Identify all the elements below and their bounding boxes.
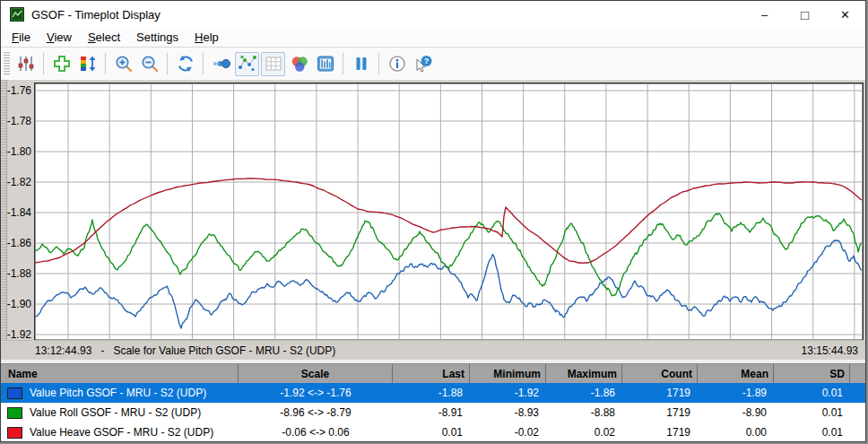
grid-icon xyxy=(264,54,283,74)
show-grid-button[interactable] xyxy=(261,52,285,76)
auto-scale-button[interactable] xyxy=(75,52,100,76)
cell-count: 1719 xyxy=(622,422,698,442)
cell-last: 0.01 xyxy=(393,422,470,442)
column-header-count[interactable]: Count xyxy=(622,364,698,383)
zoom-in-button[interactable] xyxy=(111,52,135,76)
column-header-filler xyxy=(850,364,865,383)
table-header: NameScaleLastMinimumMaximumCountMeanSD xyxy=(1,363,865,383)
pause-button[interactable] xyxy=(349,52,373,76)
channel-sliders-button[interactable] xyxy=(13,52,38,76)
toolbar-separator xyxy=(203,53,204,74)
menu-item-file[interactable]: File xyxy=(4,29,39,46)
toolbar-separator xyxy=(105,53,106,74)
refresh-icon xyxy=(176,54,195,74)
column-header-minimum[interactable]: Minimum xyxy=(470,364,546,383)
column-header-sd[interactable]: SD xyxy=(774,364,850,383)
info-icon xyxy=(387,54,407,74)
pause-icon xyxy=(352,54,371,74)
zoom-in-icon xyxy=(114,54,134,74)
menu-item-select[interactable]: Select xyxy=(80,29,128,46)
y-axis-label: -1.90 xyxy=(1,298,31,310)
column-header-last[interactable]: Last xyxy=(393,364,470,383)
menu-item-settings[interactable]: Settings xyxy=(128,29,187,46)
toolbar-separator xyxy=(43,53,44,74)
column-header-name[interactable]: Name xyxy=(1,364,239,383)
y-axis-label: -1.78 xyxy=(1,115,31,127)
cell-sd: 0.01 xyxy=(774,403,850,422)
refresh-button[interactable] xyxy=(173,52,197,76)
cell-minimum: -8.93 xyxy=(470,403,546,422)
cell-mean: -8.90 xyxy=(698,403,774,422)
series-color-swatch xyxy=(7,427,22,439)
toolbar-separator xyxy=(378,53,379,74)
cell-scale: -8.96 <-> -8.79 xyxy=(239,403,393,422)
column-header-scale[interactable]: Scale xyxy=(239,364,393,383)
show-markers-button[interactable] xyxy=(235,52,259,76)
app-icon xyxy=(10,7,24,22)
cell-count: 1719 xyxy=(622,403,698,422)
zoom-out-button[interactable] xyxy=(137,52,161,76)
toolbar-grip xyxy=(4,52,10,75)
sliders-icon xyxy=(16,54,36,74)
cell-name: Value Pitch GSOF - MRU - S2 (UDP) xyxy=(1,383,239,403)
cell-scale: -0.06 <-> 0.06 xyxy=(239,422,393,442)
start-time: 13:12:44.93 xyxy=(35,344,91,357)
histogram-button[interactable] xyxy=(313,52,337,76)
cell-sd: 0.01 xyxy=(774,422,850,442)
add-channel-button[interactable] xyxy=(49,52,74,76)
cell-maximum: 0.02 xyxy=(546,422,622,442)
cell-minimum: -1.92 xyxy=(470,383,546,403)
series-name: Value Heave GSOF - MRU - S2 (UDP) xyxy=(30,426,213,439)
title-bar: GSOF - Timeplot Display –□✕ xyxy=(1,1,865,28)
series-name: Value Roll GSOF - MRU - S2 (UDP) xyxy=(30,406,201,419)
menu-item-view[interactable]: View xyxy=(39,29,80,46)
toolbar-separator xyxy=(343,53,343,74)
toolbar-separator xyxy=(167,53,168,74)
column-header-maximum[interactable]: Maximum xyxy=(546,364,622,383)
y-axis-label: -1.92 xyxy=(1,328,31,341)
status-separator: - xyxy=(100,344,104,357)
chart-status-bar: 13:12:44.93 - Scale for Value Pitch GSOF… xyxy=(1,340,865,360)
help-button[interactable]: ? xyxy=(411,52,435,76)
point-size-button[interactable] xyxy=(209,52,233,76)
cell-name: Value Roll GSOF - MRU - S2 (UDP) xyxy=(1,403,239,422)
toolbar: ? xyxy=(1,48,865,80)
end-time: 13:15:44.93 xyxy=(802,344,858,357)
window-title: GSOF - Timeplot Display xyxy=(31,8,161,22)
cell-maximum: -8.88 xyxy=(546,403,622,422)
color-wheel-icon xyxy=(290,54,309,74)
color-scale-icon xyxy=(78,54,98,74)
cell-name: Value Heave GSOF - MRU - S2 (UDP) xyxy=(1,422,239,442)
chart-panel: -1.76-1.78-1.80-1.82-1.84-1.86-1.88-1.90… xyxy=(1,80,865,360)
series-color-swatch xyxy=(7,407,22,419)
menu-item-help[interactable]: Help xyxy=(187,29,227,46)
maximize-button[interactable]: □ xyxy=(785,1,825,28)
table-row[interactable]: Value Pitch GSOF - MRU - S2 (UDP)-1.92 <… xyxy=(1,383,865,403)
scatter-icon xyxy=(238,54,257,74)
series-name: Value Pitch GSOF - MRU - S2 (UDP) xyxy=(30,387,206,399)
zoom-out-icon xyxy=(140,54,160,74)
menu-bar: FileViewSelectSettingsHelp xyxy=(1,28,865,48)
close-button[interactable]: ✕ xyxy=(825,1,865,28)
y-axis-label: -1.88 xyxy=(1,267,31,280)
table-row[interactable]: Value Roll GSOF - MRU - S2 (UDP)-8.96 <-… xyxy=(1,403,865,422)
cell-last: -1.88 xyxy=(393,383,470,403)
colors-button[interactable] xyxy=(287,52,311,76)
table-row[interactable]: Value Heave GSOF - MRU - S2 (UDP)-0.06 <… xyxy=(1,422,865,442)
dots-icon xyxy=(212,54,231,74)
timeplot-chart[interactable] xyxy=(34,83,864,341)
minimize-button[interactable]: – xyxy=(744,1,785,28)
y-axis-label: -1.76 xyxy=(1,84,31,97)
channel-table: NameScaleLastMinimumMaximumCountMeanSD V… xyxy=(1,360,865,442)
application-window: GSOF - Timeplot Display –□✕ FileViewSele… xyxy=(0,0,866,442)
bars-icon xyxy=(316,54,335,74)
plot-area[interactable] xyxy=(35,83,864,341)
column-header-mean[interactable]: Mean xyxy=(698,364,774,383)
cell-maximum: -1.86 xyxy=(546,383,622,403)
cell-mean: 0.00 xyxy=(698,422,774,442)
caption-buttons: –□✕ xyxy=(744,1,865,28)
cell-sd: 0.01 xyxy=(774,383,850,403)
info-button[interactable] xyxy=(385,52,409,76)
cell-last: -8.91 xyxy=(393,403,470,422)
svg-text:?: ? xyxy=(423,57,429,65)
